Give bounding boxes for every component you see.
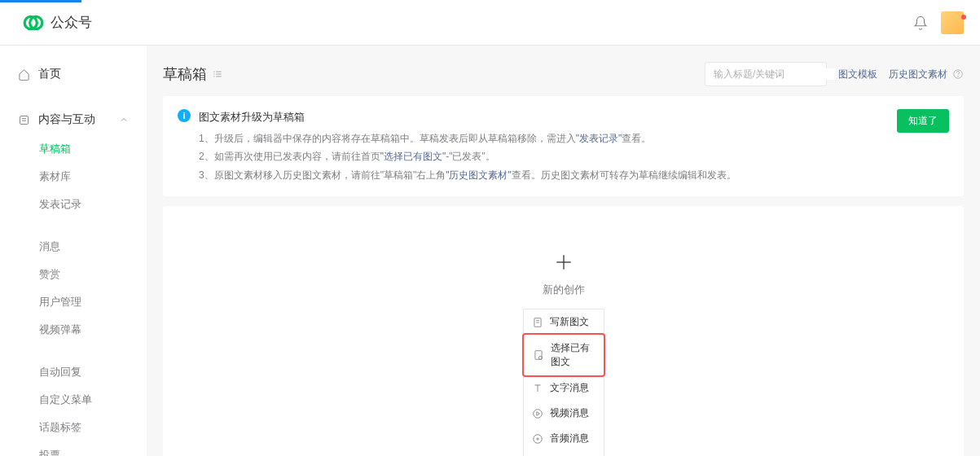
create-item-select-existing[interactable]: 选择已有图文 bbox=[525, 335, 603, 375]
create-item-video[interactable]: 视频消息 bbox=[524, 401, 604, 426]
brand-logo[interactable]: 公众号 bbox=[23, 12, 92, 33]
search-input[interactable] bbox=[714, 68, 836, 80]
sidebar-item-vote[interactable]: 投票 bbox=[0, 441, 147, 456]
brand-text: 公众号 bbox=[51, 13, 92, 32]
sidebar-item-publish-records[interactable]: 发表记录 bbox=[0, 191, 147, 218]
upgrade-notice: i 图文素材升级为草稿箱 1、升级后，编辑器中保存的内容将存在草稿箱中。草稿发表… bbox=[163, 96, 964, 196]
notification-bell-icon[interactable] bbox=[913, 15, 928, 30]
sidebar-item-custom-menu[interactable]: 自定义菜单 bbox=[0, 386, 147, 414]
content-icon bbox=[18, 114, 30, 126]
create-area: 新的创作 写新图文 选择已有图文 文字消息 bbox=[163, 206, 964, 456]
sidebar-item-messages[interactable]: 消息 bbox=[0, 233, 147, 261]
create-item-new-article[interactable]: 写新图文 bbox=[524, 309, 604, 335]
create-menu: 写新图文 选择已有图文 文字消息 视频消息 bbox=[523, 309, 604, 456]
sidebar-item-materials[interactable]: 素材库 bbox=[0, 163, 147, 191]
sidebar-item-user-management[interactable]: 用户管理 bbox=[0, 288, 147, 316]
main-content: 草稿箱 图文模板 历史图文素材 i 图文素材升级为草稿箱 1、升级后，编辑器中保… bbox=[147, 46, 980, 456]
notice-title: 图文素材升级为草稿箱 bbox=[199, 107, 889, 128]
create-item-image[interactable]: 图片消息 bbox=[524, 451, 604, 456]
home-icon bbox=[18, 68, 30, 81]
link-template[interactable]: 图文模板 bbox=[838, 68, 877, 81]
video-icon bbox=[532, 408, 543, 419]
sidebar-content-label: 内容与互动 bbox=[38, 112, 95, 127]
list-view-icon[interactable] bbox=[212, 68, 223, 80]
plus-icon[interactable] bbox=[553, 252, 574, 273]
sidebar-content-interact[interactable]: 内容与互动 bbox=[0, 104, 147, 135]
notice-link-publish[interactable]: "发表记录" bbox=[576, 133, 622, 144]
search-box[interactable] bbox=[705, 62, 827, 86]
notice-line-2: 2、如需再次使用已发表内容，请前往首页"选择已有图文"-"已发表"。 bbox=[199, 147, 889, 166]
svg-marker-28 bbox=[536, 411, 539, 415]
sidebar-home-label: 首页 bbox=[38, 67, 61, 81]
notice-link-select[interactable]: "选择已有图文" bbox=[380, 151, 446, 162]
highlighted-option: 选择已有图文 bbox=[522, 333, 605, 377]
svg-point-29 bbox=[533, 434, 542, 443]
text-icon bbox=[532, 383, 543, 394]
link-history-materials[interactable]: 历史图文素材 bbox=[889, 68, 947, 81]
chevron-up-icon bbox=[119, 115, 129, 125]
notice-line-3: 3、原图文素材移入历史图文素材，请前往"草稿箱"右上角"历史图文素材"查看。历史… bbox=[199, 166, 889, 185]
create-item-audio[interactable]: 音频消息 bbox=[524, 426, 604, 451]
notice-link-history[interactable]: "历史图文素材" bbox=[446, 169, 512, 181]
svg-point-17 bbox=[958, 77, 959, 77]
svg-rect-2 bbox=[20, 116, 29, 124]
header: 公众号 bbox=[0, 0, 980, 46]
sidebar-item-auto-reply[interactable]: 自动回复 bbox=[0, 358, 147, 386]
sidebar-item-rewards[interactable]: 赞赏 bbox=[0, 261, 147, 288]
create-title: 新的创作 bbox=[543, 283, 585, 297]
wechat-mp-icon bbox=[23, 12, 44, 33]
notice-dismiss-button[interactable]: 知道了 bbox=[897, 109, 949, 133]
select-article-icon bbox=[533, 349, 544, 361]
sidebar-item-video-danmu[interactable]: 视频弹幕 bbox=[0, 316, 147, 344]
sidebar-home[interactable]: 首页 bbox=[0, 59, 147, 90]
svg-point-27 bbox=[533, 409, 542, 418]
user-avatar[interactable] bbox=[941, 11, 964, 34]
svg-point-30 bbox=[536, 437, 538, 439]
page-title: 草稿箱 bbox=[163, 64, 207, 84]
create-item-text[interactable]: 文字消息 bbox=[524, 375, 604, 401]
notice-line-1: 1、升级后，编辑器中保存的内容将存在草稿箱中。草稿发表后即从草稿箱移除，需进入"… bbox=[199, 129, 889, 148]
audio-icon bbox=[532, 433, 543, 445]
sidebar-item-topic-tags[interactable]: 话题标签 bbox=[0, 414, 147, 441]
help-icon[interactable] bbox=[952, 68, 964, 80]
info-icon: i bbox=[178, 109, 191, 122]
sidebar: 首页 内容与互动 草稿箱 素材库 发表记录 消息 赞赏 用户管理 视频弹幕 自动… bbox=[0, 46, 147, 456]
sidebar-item-drafts[interactable]: 草稿箱 bbox=[0, 135, 147, 163]
document-icon bbox=[532, 317, 543, 328]
